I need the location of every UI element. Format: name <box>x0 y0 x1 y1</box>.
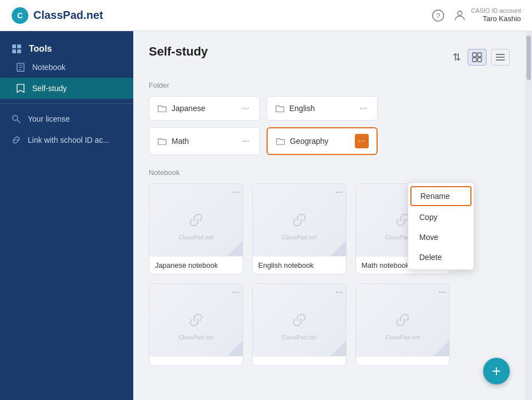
self-study-icon <box>16 83 26 93</box>
notebook-label-5 <box>253 356 346 366</box>
logo-icon: C <box>11 7 29 24</box>
sidebar: Tools Notebook Self-study Your license <box>0 31 133 400</box>
account-name: Taro Kashio <box>471 14 521 24</box>
svg-text:?: ? <box>436 12 440 20</box>
list-view-icon <box>495 52 505 62</box>
context-menu-item-move[interactable]: Move <box>408 227 474 247</box>
context-menu-item-delete[interactable]: Delete <box>408 247 474 267</box>
content-area: Self-study ⇅ <box>133 31 525 400</box>
svg-rect-8 <box>17 49 21 53</box>
folder-item-japanese[interactable]: Japanese ··· <box>149 96 260 121</box>
svg-point-14 <box>13 116 18 121</box>
svg-rect-5 <box>12 44 16 48</box>
notebook-thumbnail-japanese: ··· ClassPad.net <box>149 184 243 256</box>
page-title: Self-study <box>149 44 208 59</box>
logo-text: ClassPad.net <box>33 9 103 22</box>
folder-dots-geography[interactable]: ··· <box>355 134 369 148</box>
account-text: CASIO ID account Taro Kashio <box>471 7 521 24</box>
notebook-dots-5[interactable]: ··· <box>335 287 343 297</box>
notebook-link-icon-english <box>289 210 309 230</box>
notebook-link-icon-4 <box>186 310 206 330</box>
scrollbar-track <box>525 31 532 400</box>
account-icon <box>453 9 466 22</box>
header: C ClassPad.net ? CASIO ID account Taro K… <box>0 0 532 31</box>
sidebar-item-self-study-label: Self-study <box>32 84 67 93</box>
notebook-dots-6[interactable]: ··· <box>439 287 446 297</box>
notebook-dots-4[interactable]: ··· <box>232 287 239 297</box>
scrollbar-thumb[interactable] <box>526 36 531 80</box>
notebook-card-4[interactable]: ··· ClassPad.net <box>149 283 243 366</box>
svg-line-15 <box>17 120 20 123</box>
folder-icon-geography <box>275 137 285 146</box>
tools-icon <box>11 43 22 54</box>
folder-item-math[interactable]: Math ··· <box>149 127 260 155</box>
notebook-section-label: Notebook <box>149 168 510 177</box>
notebook-card-6[interactable]: ··· ClassPad.net <box>355 283 450 366</box>
help-icon: ? <box>432 9 444 22</box>
sidebar-divider <box>0 103 133 104</box>
sort-button[interactable]: ⇅ <box>453 51 461 63</box>
notebook-thumbnail-5: ··· ClassPad.net <box>253 284 346 356</box>
notebook-corner-4 <box>227 341 243 356</box>
folder-item-english[interactable]: English ··· <box>267 96 378 121</box>
notebook-label-english: English notebook <box>253 256 346 274</box>
header-right: ? CASIO ID account Taro Kashio <box>432 7 521 24</box>
folder-name-geography: Geography <box>290 137 328 146</box>
notebook-card-english[interactable]: ··· ClassPad.net English notebook <box>252 183 347 274</box>
notebook-thumbnail-4: ··· ClassPad.net <box>149 284 243 356</box>
notebook-corner-5 <box>330 341 346 356</box>
sidebar-item-link-school[interactable]: Link with school ID ac... <box>0 129 133 151</box>
notebook-dots-japanese[interactable]: ··· <box>232 187 239 197</box>
fab-add-button[interactable]: + <box>483 358 510 384</box>
notebook-link-icon-5 <box>289 310 309 330</box>
folder-dots-english[interactable]: ··· <box>358 102 369 114</box>
sidebar-item-self-study[interactable]: Self-study <box>0 78 133 99</box>
sidebar-item-link-school-label: Link with school ID ac... <box>28 136 109 144</box>
logo: C ClassPad.net <box>11 7 103 24</box>
svg-point-4 <box>458 11 462 16</box>
account-label: CASIO ID account <box>471 7 521 14</box>
sidebar-tools-header: Tools <box>0 36 133 57</box>
notebook-watermark-english: ClassPad.net <box>253 234 346 241</box>
notebook-label-japanese: Japanese notebook <box>149 256 243 274</box>
notebook-card-japanese[interactable]: ··· ClassPad.net Japanese notebook <box>149 183 243 274</box>
toolbar: ⇅ <box>453 49 510 66</box>
folder-dots-japanese[interactable]: ··· <box>240 102 252 114</box>
context-menu-item-rename[interactable]: Rename <box>410 186 471 206</box>
context-menu-item-copy[interactable]: Copy <box>408 207 474 227</box>
list-view-button[interactable] <box>491 49 510 66</box>
grid-view-icon <box>472 52 482 62</box>
svg-rect-7 <box>12 49 16 53</box>
folder-item-geography[interactable]: Geography ··· <box>267 127 378 155</box>
notebook-watermark-6: ClassPad.net <box>356 334 449 341</box>
svg-marker-13 <box>17 84 24 92</box>
notebook-card-5[interactable]: ··· ClassPad.net <box>252 283 347 366</box>
svg-rect-6 <box>17 44 21 48</box>
notebook-watermark-4: ClassPad.net <box>149 334 243 341</box>
tools-label: Tools <box>29 44 52 54</box>
folder-icon-english <box>275 104 285 113</box>
notebook-watermark-japanese: ClassPad.net <box>149 234 243 241</box>
notebook-corner-japanese <box>227 241 243 256</box>
notebook-corner-6 <box>434 341 449 356</box>
grid-view-button[interactable] <box>468 49 486 66</box>
svg-text:C: C <box>17 11 23 20</box>
notebook-dots-english[interactable]: ··· <box>335 187 343 197</box>
folder-name-english: English <box>289 104 315 113</box>
notebook-thumbnail-english: ··· ClassPad.net <box>253 184 346 256</box>
main-layout: Tools Notebook Self-study Your license <box>0 31 532 400</box>
folder-icon-math <box>157 137 167 146</box>
help-button[interactable]: ? <box>432 9 444 22</box>
context-menu: Rename Copy Move Delete <box>408 182 474 270</box>
notebook-icon <box>16 62 26 72</box>
folder-section-label: Folder <box>149 81 510 89</box>
notebook-label-6 <box>356 356 449 366</box>
sidebar-item-license[interactable]: Your license <box>0 108 133 129</box>
folder-icon-japanese <box>157 104 167 113</box>
folder-name-japanese: Japanese <box>172 104 205 113</box>
link-icon <box>11 135 21 145</box>
folder-dots-math[interactable]: ··· <box>240 135 252 147</box>
sidebar-item-notebook[interactable]: Notebook <box>0 57 133 78</box>
svg-rect-17 <box>478 53 481 57</box>
svg-rect-18 <box>473 58 476 62</box>
